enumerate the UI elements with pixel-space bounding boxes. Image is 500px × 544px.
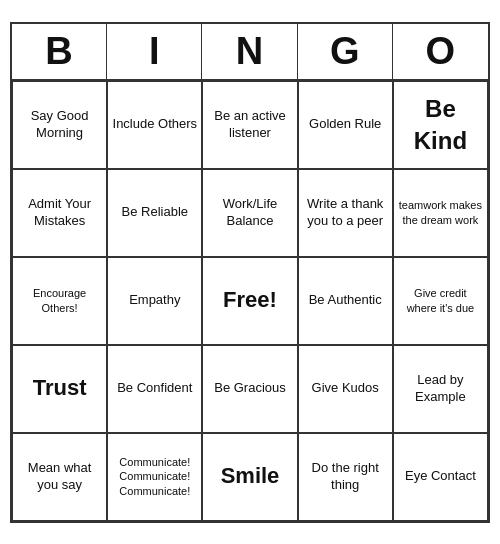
bingo-cell-15[interactable]: Trust	[12, 345, 107, 433]
bingo-card: BINGO Say Good MorningInclude OthersBe a…	[10, 22, 490, 523]
bingo-letter-b: B	[12, 24, 107, 79]
bingo-header: BINGO	[12, 24, 488, 81]
bingo-cell-21[interactable]: Communicate! Communicate! Communicate!	[107, 433, 202, 521]
bingo-cell-5[interactable]: Admit Your Mistakes	[12, 169, 107, 257]
bingo-cell-24[interactable]: Eye Contact	[393, 433, 488, 521]
bingo-cell-20[interactable]: Mean what you say	[12, 433, 107, 521]
bingo-cell-4[interactable]: Be Kind	[393, 81, 488, 169]
bingo-cell-7[interactable]: Work/Life Balance	[202, 169, 297, 257]
bingo-cell-18[interactable]: Give Kudos	[298, 345, 393, 433]
bingo-cell-10[interactable]: Encourage Others!	[12, 257, 107, 345]
bingo-cell-14[interactable]: Give credit where it's due	[393, 257, 488, 345]
bingo-letter-i: I	[107, 24, 202, 79]
bingo-letter-n: N	[202, 24, 297, 79]
bingo-cell-3[interactable]: Golden Rule	[298, 81, 393, 169]
bingo-cell-6[interactable]: Be Reliable	[107, 169, 202, 257]
bingo-cell-13[interactable]: Be Authentic	[298, 257, 393, 345]
bingo-cell-8[interactable]: Write a thank you to a peer	[298, 169, 393, 257]
bingo-letter-o: O	[393, 24, 488, 79]
bingo-cell-17[interactable]: Be Gracious	[202, 345, 297, 433]
bingo-cell-0[interactable]: Say Good Morning	[12, 81, 107, 169]
bingo-cell-22[interactable]: Smile	[202, 433, 297, 521]
bingo-grid: Say Good MorningInclude OthersBe an acti…	[12, 81, 488, 521]
bingo-letter-g: G	[298, 24, 393, 79]
bingo-cell-23[interactable]: Do the right thing	[298, 433, 393, 521]
bingo-cell-19[interactable]: Lead by Example	[393, 345, 488, 433]
bingo-cell-9[interactable]: teamwork makes the dream work	[393, 169, 488, 257]
bingo-cell-1[interactable]: Include Others	[107, 81, 202, 169]
bingo-cell-2[interactable]: Be an active listener	[202, 81, 297, 169]
bingo-cell-12[interactable]: Free!	[202, 257, 297, 345]
bingo-cell-11[interactable]: Empathy	[107, 257, 202, 345]
bingo-cell-16[interactable]: Be Confident	[107, 345, 202, 433]
